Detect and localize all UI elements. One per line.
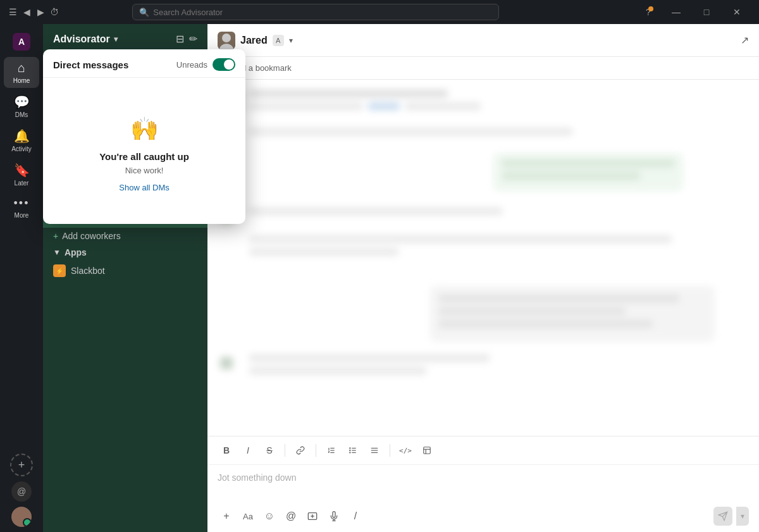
minimize-btn[interactable]: — (662, 3, 691, 22)
show-all-dms-link[interactable]: Show all DMs (119, 183, 169, 192)
sidebar-item-slackbot[interactable]: ⚡ Slackbot (43, 261, 207, 281)
svg-point-11 (350, 450, 350, 450)
search-input[interactable] (153, 8, 492, 17)
sidebar-header: Advisorator ▾ ⊟ ✏ (43, 24, 207, 51)
help-btn[interactable]: ? (640, 4, 657, 20)
indent-btn[interactable] (366, 442, 383, 459)
toolbar-sep-1 (285, 444, 285, 457)
apps-label: Apps (65, 247, 87, 257)
apps-chevron-icon: ▼ (53, 248, 61, 257)
msg-content-6 (430, 286, 746, 342)
text-format-btn[interactable]: Aa (239, 507, 257, 525)
msg-content-4 (249, 207, 746, 220)
icon-rail: A ⌂ Home 💬 DMs 🔔 Activity 🔖 Later ••• Mo… (0, 24, 43, 532)
send-options-btn[interactable]: ▾ (736, 507, 749, 526)
svg-point-2 (222, 34, 231, 42)
audio-btn[interactable] (325, 507, 343, 525)
at-btn[interactable]: @ (11, 481, 32, 502)
italic-btn[interactable]: I (239, 442, 257, 459)
rail-item-later[interactable]: 🔖 Later (4, 159, 39, 190)
home-icon: ⌂ (18, 61, 25, 75)
msg-row-5 (249, 235, 746, 261)
share-icon[interactable]: ↗ (741, 34, 749, 46)
ordered-list-btn[interactable] (323, 442, 340, 459)
nice-work-text: Nice work! (125, 166, 164, 175)
attachment-btn[interactable] (304, 507, 321, 525)
search-bar[interactable]: 🔍 (132, 4, 499, 20)
msg-separator (220, 273, 746, 286)
window-controls: — □ ✕ (662, 3, 751, 22)
dm-popup-title: Direct messages (53, 59, 128, 70)
code-btn[interactable]: </> (397, 442, 414, 459)
code-block-btn[interactable] (418, 442, 436, 459)
msg-row-6 (220, 286, 746, 342)
workspace-name-text: Advisorator (53, 34, 110, 45)
compose-icon[interactable]: ✏ (189, 33, 197, 45)
dms-label: DMs (15, 111, 28, 118)
msg-row-2 (249, 128, 746, 140)
main-header-name: Jared (240, 35, 268, 46)
dm-unreads-toggle-btn[interactable] (213, 58, 235, 71)
svg-point-12 (350, 452, 350, 453)
plus-btn[interactable]: + (218, 507, 235, 525)
mention-btn[interactable]: @ (282, 507, 300, 525)
titlebar-controls: ☰ ◀ ▶ ⏱ (8, 7, 59, 17)
main-header-avatar (218, 32, 235, 49)
workspace-chevron-icon: ▾ (114, 35, 118, 44)
forward-btn[interactable]: ▶ (35, 7, 46, 17)
close-btn[interactable]: ✕ (722, 3, 751, 22)
svg-point-10 (350, 448, 350, 448)
send-btn[interactable] (713, 507, 732, 526)
editor-input[interactable]: Jot something down (207, 465, 759, 503)
slackbot-avatar: ⚡ (53, 264, 66, 277)
rail-item-dms[interactable]: 💬 DMs (4, 90, 39, 122)
editor-placeholder: Jot something down (218, 473, 749, 483)
filter-icon[interactable]: ⊟ (176, 33, 184, 45)
bookmark-bar: + + Add a bookmark (207, 57, 759, 80)
more-icon: ••• (14, 197, 30, 210)
rail-bottom: + @ (10, 454, 33, 527)
bold-btn[interactable]: B (218, 442, 235, 459)
strikethrough-btn[interactable]: S (261, 442, 278, 459)
later-icon: 🔖 (14, 163, 30, 178)
svg-point-3 (219, 44, 233, 49)
add-workspace-btn[interactable]: + (10, 454, 33, 476)
more-label: More (15, 212, 29, 219)
rail-item-activity[interactable]: 🔔 Activity (4, 125, 39, 156)
rail-app-avatar[interactable]: A (4, 29, 39, 54)
apps-section[interactable]: ▼ Apps (43, 244, 207, 261)
slackbot-label: Slackbot (71, 266, 105, 276)
link-btn[interactable] (292, 442, 309, 459)
maximize-btn[interactable]: □ (692, 3, 721, 22)
editor-area: B I S </> (207, 436, 759, 532)
main-header-chevron-icon[interactable]: ▾ (289, 36, 293, 45)
history-btn[interactable]: ⏱ (49, 7, 59, 17)
msg-row-4 (220, 207, 746, 223)
app-body: A ⌂ Home 💬 DMs 🔔 Activity 🔖 Later ••• Mo… (0, 24, 759, 532)
caught-up-text: You're all caught up (99, 151, 189, 162)
rail-item-more[interactable]: ••• More (4, 193, 39, 223)
unordered-list-btn[interactable] (344, 442, 362, 459)
slash-btn[interactable]: / (347, 507, 364, 525)
add-coworkers-item[interactable]: + Add coworkers (43, 228, 207, 244)
emoji-btn[interactable]: ☺ (261, 507, 278, 525)
menu-icon[interactable]: ☰ (8, 7, 18, 17)
msg-content-3 (493, 153, 746, 195)
msg-row-3 (220, 153, 746, 195)
msg-avatar-7 (220, 357, 233, 369)
activity-icon: 🔔 (14, 128, 30, 144)
editor-toolbar: B I S </> (207, 436, 759, 465)
dm-unreads-toggle: Unreads (176, 58, 235, 71)
sidebar: Advisorator ▾ ⊟ ✏ ⚡ Upgrade Plan Direct … (43, 24, 207, 532)
msg-content-7 (249, 354, 746, 380)
activity-label: Activity (11, 145, 32, 152)
sidebar-header-icons: ⊟ ✏ (176, 33, 197, 45)
toolbar-sep-3 (390, 444, 390, 457)
workspace-name[interactable]: Advisorator ▾ (53, 34, 118, 45)
user-avatar[interactable] (11, 507, 32, 527)
dm-popup-header: Direct messages Unreads (43, 49, 245, 78)
rail-item-home[interactable]: ⌂ Home (4, 57, 39, 88)
editor-bottom-right: ▾ (713, 507, 749, 526)
titlebar-right: ? (640, 4, 657, 20)
back-btn[interactable]: ◀ (22, 7, 32, 17)
